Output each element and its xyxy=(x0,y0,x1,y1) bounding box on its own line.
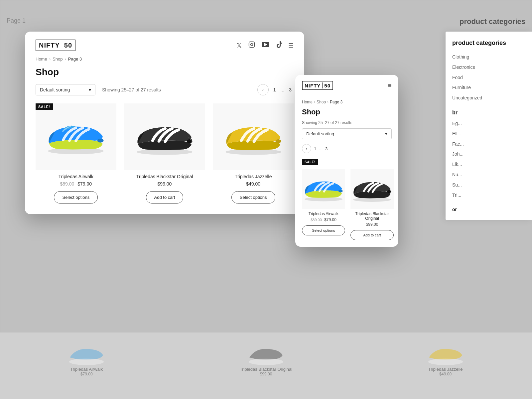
mobile-page-title: Shop xyxy=(302,108,392,116)
mobile-logo[interactable]: NIFTY 50 xyxy=(302,81,333,90)
sidebar-panel: product categories Clothing Electronics … xyxy=(446,32,532,220)
product-image-jazzelle xyxy=(213,103,294,170)
brand-eg[interactable]: Eg... xyxy=(452,118,525,129)
prev-icon: ‹ xyxy=(262,87,264,92)
mobile-page-3-button[interactable]: 3 xyxy=(325,146,328,151)
svg-point-15 xyxy=(338,190,343,192)
sale-badge-airwalk: SALE! xyxy=(36,103,53,110)
price-current-blackstar: $99.00 xyxy=(158,181,172,187)
mobile-page-1-button[interactable]: 1 xyxy=(314,146,316,151)
mobile-logo-divider xyxy=(322,82,323,88)
svg-point-0 xyxy=(69,358,104,365)
svg-point-17 xyxy=(387,190,391,193)
product-image-airwalk xyxy=(36,103,116,170)
sidebar-item-uncategorized[interactable]: Uncategorized xyxy=(452,93,525,103)
page-dots: ... xyxy=(281,87,285,92)
or-label: or xyxy=(452,207,525,212)
brand-tri[interactable]: Tri... xyxy=(452,190,525,200)
svg-point-9 xyxy=(97,139,104,142)
sidebar-title: product categories xyxy=(452,40,525,47)
desktop-modal: NIFTY 50 𝕏 xyxy=(25,32,304,214)
logo-divider xyxy=(62,42,62,49)
tiktok-icon[interactable] xyxy=(276,41,282,50)
brand-nu[interactable]: Nu... xyxy=(452,170,525,180)
mobile-prev-page-button[interactable]: ‹ xyxy=(302,144,311,153)
mobile-add-to-cart-button-blackstar[interactable]: Add to cart xyxy=(350,230,394,240)
youtube-icon[interactable] xyxy=(262,42,269,49)
breadcrumb-home[interactable]: Home xyxy=(36,57,47,62)
mobile-breadcrumb-shop[interactable]: Shop xyxy=(317,100,326,104)
product-card-blackstar: Tripledas Blackstar Original $99.00 Add … xyxy=(124,103,205,203)
mobile-select-options-button-airwalk[interactable]: Select options xyxy=(302,225,345,235)
breadcrumb-page3: Page 3 xyxy=(68,57,82,62)
sidebar-item-clothing[interactable]: Clothing xyxy=(452,52,525,62)
twitter-icon[interactable]: 𝕏 xyxy=(237,42,242,49)
category-list: Clothing Electronics Food Furniture Unca… xyxy=(452,52,525,103)
pagination: ‹ 1 ... 3 xyxy=(257,84,294,95)
mobile-results: Showing 25–27 of 27 results xyxy=(302,120,392,125)
svg-point-5 xyxy=(253,43,254,44)
sidebar-item-food[interactable]: Food xyxy=(452,72,525,83)
desktop-logo[interactable]: NIFTY 50 xyxy=(36,40,75,51)
toolbar: Default sorting ▾ Showing 25–27 of 27 re… xyxy=(36,84,294,95)
mobile-breadcrumb-sep1: › xyxy=(314,100,315,104)
svg-point-4 xyxy=(251,44,253,46)
bg-product-3: Tripledas Jazzelle $49.00 xyxy=(426,342,466,376)
page-3-button[interactable]: 3 xyxy=(287,86,294,94)
product-image-blackstar xyxy=(124,103,205,170)
bg-product-1: Tripledas Airwalk $79.00 xyxy=(66,342,106,376)
prev-page-button[interactable]: ‹ xyxy=(257,84,269,95)
products-grid: SALE! xyxy=(36,103,294,203)
sort-label: Default sorting xyxy=(40,87,70,92)
add-to-cart-button-blackstar[interactable]: Add to cart xyxy=(146,191,184,203)
brands-heading: br xyxy=(452,110,525,116)
price-current-airwalk: $79.00 xyxy=(77,181,92,187)
mobile-sort-chevron-icon: ▾ xyxy=(385,131,387,136)
product-price-airwalk: $89.00 $79.00 xyxy=(60,181,92,187)
header-icons-group: 𝕏 ☰ xyxy=(237,41,294,50)
mobile-menu-icon[interactable]: ≡ xyxy=(388,82,392,89)
mobile-page-dots: ... xyxy=(319,146,323,151)
mobile-pagination: ‹ 1 ... 3 xyxy=(302,144,392,153)
breadcrumb-shop[interactable]: Shop xyxy=(53,57,63,62)
select-options-button-airwalk[interactable]: Select options xyxy=(54,191,98,203)
logo-part1: NIFTY xyxy=(39,42,60,49)
mobile-sort-select[interactable]: Default sorting ▾ xyxy=(302,128,392,139)
sort-select[interactable]: Default sorting ▾ xyxy=(36,84,95,95)
mobile-header: NIFTY 50 ≡ xyxy=(295,75,398,95)
mobile-product-name-blackstar: Tripledas Blackstar Original xyxy=(350,211,394,221)
brand-eli[interactable]: Ell... xyxy=(452,129,525,139)
bg-top-left-text: Page 1 xyxy=(7,17,26,24)
product-card-airwalk: SALE! xyxy=(36,103,116,203)
bg-product-2: Tripledas Blackstar Original $99.00 xyxy=(240,342,292,376)
mobile-product-price-airwalk: $89.00 $79.00 xyxy=(311,217,336,222)
mobile-breadcrumb-sep2: › xyxy=(327,100,329,104)
sidebar-item-electronics[interactable]: Electronics xyxy=(452,62,525,72)
svg-point-2 xyxy=(428,358,463,365)
brand-lik[interactable]: Lik... xyxy=(452,159,525,170)
brand-fac[interactable]: Fac... xyxy=(452,139,525,149)
mobile-breadcrumb-home[interactable]: Home xyxy=(302,100,313,104)
sidebar-item-furniture[interactable]: Furniture xyxy=(452,82,525,93)
brand-joh[interactable]: Joh... xyxy=(452,149,525,159)
mobile-body: Home › Shop › Page 3 Shop Showing 25–27 … xyxy=(295,95,398,247)
product-name-jazzelle: Tripledas Jazzelle xyxy=(235,174,272,179)
product-price-blackstar: $99.00 xyxy=(158,181,172,187)
breadcrumb: Home › Shop › Page 3 xyxy=(36,57,294,62)
page-title: Shop xyxy=(36,67,294,77)
svg-point-1 xyxy=(249,358,283,365)
breadcrumb-sep2: › xyxy=(65,57,66,62)
mobile-product-price-blackstar: $99.00 xyxy=(366,222,378,227)
mobile-breadcrumb-page3: Page 3 xyxy=(330,100,342,104)
bg-bottom-bar: Tripledas Airwalk $79.00 Tripledas Black… xyxy=(0,332,532,399)
product-name-blackstar: Tripledas Blackstar Original xyxy=(136,174,193,179)
svg-point-13 xyxy=(275,139,281,143)
mobile-product-name-airwalk: Tripledas Airwalk xyxy=(309,211,338,216)
menu-icon[interactable]: ☰ xyxy=(288,42,294,49)
brand-su[interactable]: Su... xyxy=(452,180,525,190)
instagram-icon[interactable] xyxy=(248,41,255,50)
page-1-button[interactable]: 1 xyxy=(271,86,278,94)
product-price-jazzelle: $49.00 xyxy=(246,181,260,187)
select-options-button-jazzelle[interactable]: Select options xyxy=(231,191,275,203)
mobile-products-grid: Tripledas Airwalk $89.00 $79.00 Select o… xyxy=(302,169,392,240)
